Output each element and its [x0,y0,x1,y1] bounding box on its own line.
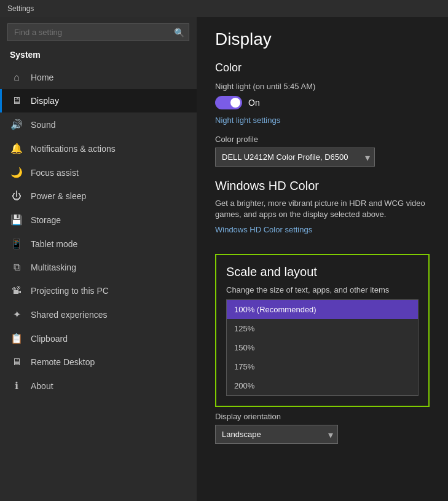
scale-option[interactable]: 150% [227,338,418,357]
color-section-title: Color [215,61,430,74]
sidebar-icon-shared: ✦ [10,309,23,320]
hd-color-section-title: Windows HD Color [215,179,430,193]
sidebar-item-focus-assist[interactable]: 🌙 Focus assist [0,160,197,184]
sidebar: 🔍 System ⌂ Home 🖥 Display 🔊 Sound 🔔 Noti… [0,17,197,501]
sidebar-icon-about: ℹ [10,380,23,392]
sidebar-label-focus-assist: Focus assist [31,168,79,178]
sidebar-label-home: Home [31,73,53,82]
sidebar-icon-remote: 🖥 [10,357,23,368]
sidebar-item-notifications[interactable]: 🔔 Notifications & actions [0,136,197,160]
scale-option[interactable]: 175% [227,357,418,376]
sidebar-item-display[interactable]: 🖥 Display [0,89,197,112]
scale-layout-title: Scale and layout [226,265,419,279]
color-profile-select[interactable]: DELL U2412M Color Profile, D6500sRGBDefa… [215,148,375,167]
sidebar-icon-storage: 💾 [10,214,23,226]
search-container: 🔍 [7,23,189,41]
sidebar-label-tablet-mode: Tablet mode [31,239,77,249]
sidebar-item-home[interactable]: ⌂ Home [0,66,197,89]
sidebar-item-power-sleep[interactable]: ⏻ Power & sleep [0,184,197,208]
app-container: 🔍 System ⌂ Home 🖥 Display 🔊 Sound 🔔 Noti… [0,17,448,501]
sidebar-label-shared: Shared experiences [31,310,108,320]
toggle-knob [230,98,240,108]
hd-color-description: Get a brighter, more vibrant picture in … [215,198,430,220]
scale-option[interactable]: 125% [227,319,418,338]
main-content: Display Color Night light (on until 5:45… [197,17,448,501]
sidebar-label-sound: Sound [31,120,55,130]
scale-layout-section: Scale and layout Change the size of text… [215,254,430,407]
sidebar-section-title: System [0,46,197,66]
scale-option[interactable]: 200% [227,376,418,395]
sidebar-icon-tablet-mode: 📱 [10,238,23,250]
sidebar-label-clipboard: Clipboard [31,334,68,344]
sidebar-item-shared[interactable]: ✦ Shared experiences [0,302,197,326]
sidebar-icon-clipboard: 📋 [10,333,23,344]
sidebar-item-sound[interactable]: 🔊 Sound [0,112,197,136]
sidebar-icon-projecting: 📽 [10,285,23,296]
hd-color-settings-link[interactable]: Windows HD Color settings [215,225,312,234]
scale-options-list: 125%150%175%200% [227,319,418,395]
sidebar-icon-home: ⌂ [10,72,23,83]
page-title: Display [215,30,430,49]
search-input[interactable] [7,23,189,41]
sidebar-label-display: Display [31,96,59,106]
sidebar-item-multitasking[interactable]: ⧉ Multitasking [0,256,197,279]
sidebar-label-projecting: Projecting to this PC [31,286,109,296]
sidebar-items-container: ⌂ Home 🖥 Display 🔊 Sound 🔔 Notifications… [0,66,197,398]
sidebar-item-tablet-mode[interactable]: 📱 Tablet mode [0,232,197,256]
app-title: Settings [7,4,34,13]
sidebar-icon-multitasking: ⧉ [10,262,23,273]
color-profile-dropdown-wrapper: DELL U2412M Color Profile, D6500sRGBDefa… [215,148,375,167]
sidebar-label-storage: Storage [31,215,61,225]
sidebar-label-remote: Remote Desktop [31,357,95,367]
sidebar-icon-display: 🖥 [10,95,23,106]
scale-dropdown: 100% (Recommended) 125%150%175%200% [226,299,419,396]
night-light-settings-link[interactable]: Night light settings [215,116,280,125]
sidebar-icon-notifications: 🔔 [10,143,23,154]
night-light-toggle-row: On [215,96,430,109]
sidebar-item-clipboard[interactable]: 📋 Clipboard [0,326,197,350]
display-orientation-label: Display orientation [215,412,430,421]
sidebar-icon-sound: 🔊 [10,119,23,130]
sidebar-icon-focus-assist: 🌙 [10,167,23,178]
sidebar-label-multitasking: Multitasking [31,262,76,272]
sidebar-label-power-sleep: Power & sleep [31,191,86,201]
sidebar-item-storage[interactable]: 💾 Storage [0,208,197,232]
sidebar-label-notifications: Notifications & actions [31,144,116,154]
orientation-dropdown-wrapper: LandscapePortraitLandscape (flipped)Port… [215,425,338,444]
toggle-on-label: On [248,98,260,108]
sidebar-item-projecting[interactable]: 📽 Projecting to this PC [0,279,197,302]
sidebar-label-about: About [31,381,53,391]
night-light-label: Night light (on until 5:45 AM) [215,82,430,91]
scale-description: Change the size of text, apps, and other… [226,285,419,294]
sidebar-icon-power-sleep: ⏻ [10,191,23,202]
orientation-select[interactable]: LandscapePortraitLandscape (flipped)Port… [215,425,338,444]
sidebar-item-remote[interactable]: 🖥 Remote Desktop [0,350,197,374]
night-light-toggle[interactable] [215,96,242,109]
sidebar-item-about[interactable]: ℹ About [0,374,197,398]
search-icon: 🔍 [174,28,184,37]
scale-option-100[interactable]: 100% (Recommended) [227,300,418,319]
color-profile-label: Color profile [215,135,430,144]
title-bar: Settings [0,0,448,17]
